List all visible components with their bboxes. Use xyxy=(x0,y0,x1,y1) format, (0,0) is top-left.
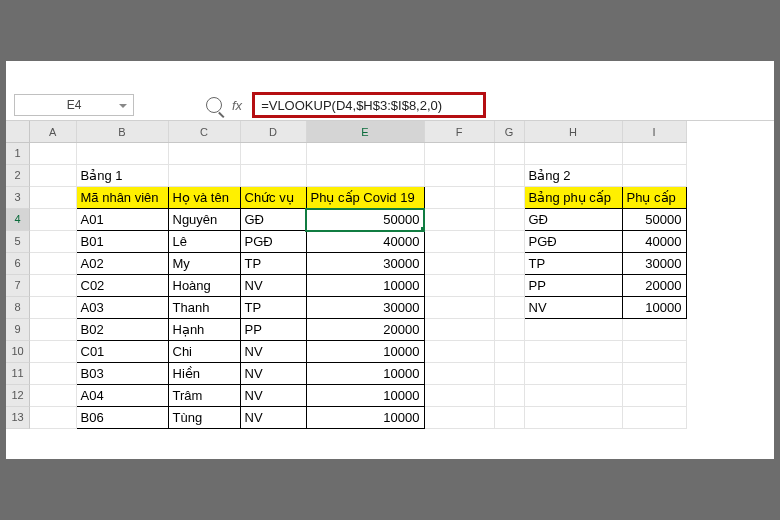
cell[interactable]: Hiền xyxy=(168,363,240,385)
cell[interactable]: 20000 xyxy=(622,275,686,297)
col-header[interactable]: I xyxy=(622,121,686,143)
cell[interactable] xyxy=(424,297,494,319)
cell[interactable]: GĐ xyxy=(240,209,306,231)
cell[interactable] xyxy=(494,231,524,253)
cell[interactable] xyxy=(494,253,524,275)
row-header[interactable]: 12 xyxy=(6,385,30,407)
cell[interactable] xyxy=(424,187,494,209)
row-header[interactable]: 6 xyxy=(6,253,30,275)
cell[interactable]: 10000 xyxy=(306,407,424,429)
select-all-corner[interactable] xyxy=(6,121,30,143)
cell[interactable] xyxy=(30,253,76,275)
cell[interactable]: NV xyxy=(524,297,622,319)
cell[interactable] xyxy=(240,143,306,165)
cell[interactable]: Hạnh xyxy=(168,319,240,341)
cell[interactable]: A01 xyxy=(76,209,168,231)
cell[interactable] xyxy=(494,143,524,165)
cell[interactable]: 30000 xyxy=(306,297,424,319)
cell[interactable]: Bảng 2 xyxy=(524,165,622,187)
cell[interactable] xyxy=(494,319,524,341)
cell[interactable] xyxy=(424,143,494,165)
row-header[interactable]: 8 xyxy=(6,297,30,319)
cell[interactable]: PGĐ xyxy=(524,231,622,253)
cell[interactable] xyxy=(494,275,524,297)
cell[interactable] xyxy=(424,253,494,275)
cell[interactable]: Thanh xyxy=(168,297,240,319)
formula-input[interactable] xyxy=(259,97,479,114)
cell[interactable]: 10000 xyxy=(306,275,424,297)
cell[interactable] xyxy=(424,341,494,363)
cell[interactable]: PGĐ xyxy=(240,231,306,253)
col-header[interactable]: H xyxy=(524,121,622,143)
col-header[interactable]: G xyxy=(494,121,524,143)
row-header[interactable]: 1 xyxy=(6,143,30,165)
cell[interactable]: My xyxy=(168,253,240,275)
cell[interactable] xyxy=(424,165,494,187)
cell[interactable]: NV xyxy=(240,407,306,429)
cell[interactable] xyxy=(424,231,494,253)
cell[interactable] xyxy=(76,143,168,165)
cell[interactable]: TP xyxy=(240,253,306,275)
cell[interactable]: 10000 xyxy=(622,297,686,319)
zoom-icon[interactable] xyxy=(206,97,222,113)
row-header[interactable]: 9 xyxy=(6,319,30,341)
cell[interactable]: 10000 xyxy=(306,341,424,363)
cell[interactable]: NV xyxy=(240,275,306,297)
cell[interactable] xyxy=(524,341,622,363)
cell[interactable] xyxy=(494,407,524,429)
spreadsheet-grid[interactable]: 12345678910111213 ABCDEFGHI Bảng 1Bảng 2… xyxy=(6,121,774,430)
row-header[interactable]: 2 xyxy=(6,165,30,187)
cell[interactable] xyxy=(524,319,622,341)
cell[interactable] xyxy=(424,209,494,231)
cell[interactable]: Mã nhân viên xyxy=(76,187,168,209)
cell[interactable]: Bảng phụ cấp xyxy=(524,187,622,209)
cell[interactable]: Chi xyxy=(168,341,240,363)
cell[interactable] xyxy=(30,363,76,385)
cell[interactable]: A04 xyxy=(76,385,168,407)
cell[interactable] xyxy=(524,385,622,407)
row-header[interactable]: 13 xyxy=(6,407,30,429)
cell[interactable] xyxy=(424,363,494,385)
cell[interactable] xyxy=(622,363,686,385)
cell[interactable] xyxy=(622,165,686,187)
cell[interactable] xyxy=(622,407,686,429)
cell[interactable]: B06 xyxy=(76,407,168,429)
cell[interactable]: C01 xyxy=(76,341,168,363)
cell[interactable]: C02 xyxy=(76,275,168,297)
cell[interactable]: 40000 xyxy=(306,231,424,253)
cell[interactable] xyxy=(622,385,686,407)
cell[interactable] xyxy=(424,275,494,297)
cell[interactable] xyxy=(30,187,76,209)
cell[interactable] xyxy=(424,407,494,429)
col-header[interactable]: D xyxy=(240,121,306,143)
cell[interactable]: Lê xyxy=(168,231,240,253)
cell[interactable]: NV xyxy=(240,385,306,407)
cell[interactable]: PP xyxy=(524,275,622,297)
cell[interactable]: A03 xyxy=(76,297,168,319)
cell[interactable]: 40000 xyxy=(622,231,686,253)
row-header[interactable]: 10 xyxy=(6,341,30,363)
cell[interactable]: PP xyxy=(240,319,306,341)
name-box[interactable]: E4 xyxy=(14,94,134,116)
cell[interactable] xyxy=(306,143,424,165)
cell[interactable]: NV xyxy=(240,363,306,385)
col-header[interactable]: C xyxy=(168,121,240,143)
cell[interactable] xyxy=(424,385,494,407)
cell[interactable]: 30000 xyxy=(306,253,424,275)
cell[interactable]: Trâm xyxy=(168,385,240,407)
cell[interactable]: NV xyxy=(240,341,306,363)
row-header[interactable]: 3 xyxy=(6,187,30,209)
cell[interactable]: Bảng 1 xyxy=(76,165,168,187)
cell[interactable] xyxy=(30,165,76,187)
fx-icon[interactable]: fx xyxy=(232,98,242,113)
cell[interactable] xyxy=(240,165,306,187)
cell[interactable] xyxy=(30,341,76,363)
cell[interactable]: 10000 xyxy=(306,363,424,385)
cell[interactable] xyxy=(494,297,524,319)
cell[interactable] xyxy=(30,297,76,319)
cell[interactable]: Tùng xyxy=(168,407,240,429)
cell[interactable] xyxy=(30,385,76,407)
cell[interactable]: 20000 xyxy=(306,319,424,341)
cell[interactable]: Hoàng xyxy=(168,275,240,297)
cell[interactable]: A02 xyxy=(76,253,168,275)
